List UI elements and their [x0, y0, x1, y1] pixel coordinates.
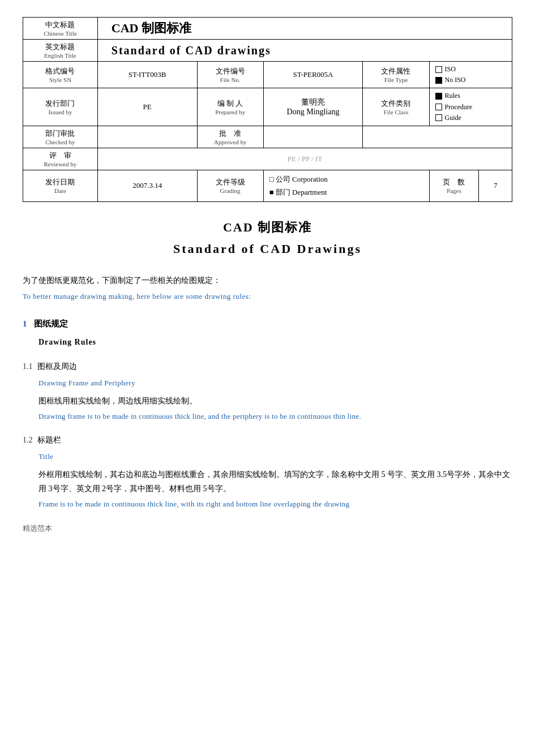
pages-value: 7	[479, 170, 512, 201]
intro-zh: 为了使图纸更规范化，下面制定了一些相关的绘图规定：	[23, 273, 512, 287]
subsection-1-2-title-en: Title	[38, 450, 512, 463]
file-no-value: ST-PER005A	[263, 62, 363, 88]
para-1-1-en: Drawing frame is to be made in continuou…	[38, 410, 512, 423]
prepared-by-value: 董明亮 Dong Mingliang	[263, 88, 363, 126]
rules-checkbox	[435, 93, 442, 100]
section-1-heading: 1图纸规定	[23, 316, 512, 332]
date-value: 2007.3.14	[97, 170, 197, 201]
subsection-1-1-num: 1.1	[23, 362, 33, 371]
section-1-title-en: Drawing Rules	[38, 335, 512, 349]
para-1-2-en: Frame is to be made in continuous thick …	[38, 498, 512, 510]
intro-en: To better manage drawing making, here be…	[23, 290, 512, 303]
subsection-1-2-title-zh: 标题栏	[37, 436, 61, 444]
chinese-title-label: 中文标题 Chinese Title	[23, 18, 98, 40]
subsection-1-1-title-zh: 图框及周边	[37, 362, 77, 371]
section-1-num: 1	[23, 319, 27, 328]
file-no-label: 文件编号 File No.	[197, 62, 263, 88]
doc-title-section: CAD 制图标准 Standard of CAD Drawings	[23, 219, 512, 256]
approved-by-empty	[363, 126, 512, 148]
file-type-value: ISO No ISO	[429, 62, 512, 88]
para-1-1-zh: 图框线用粗实线绘制，周边线用细实线绘制。	[38, 394, 512, 408]
checked-by-label: 部门审批 Checked by	[23, 126, 98, 148]
subsection-1-1-heading: 1.1图框及周边	[23, 359, 512, 373]
file-class-label: 文件类别 File Class	[363, 88, 429, 126]
section-1-title-zh: 图纸规定	[34, 319, 68, 328]
pages-label: 页 数 Pages	[429, 170, 479, 201]
approved-by-value	[263, 126, 363, 148]
style-sn-value: ST-ITT003B	[97, 62, 197, 88]
para-1-2-zh: 外框用粗实线绘制，其右边和底边与图框线重合，其余用细实线绘制。填写的文字，除名称…	[38, 467, 512, 496]
grading-value: □ 公司 Corporation ■ 部门 Department	[263, 170, 429, 201]
english-title-value: Standard of CAD drawings	[97, 40, 512, 62]
footer-note: 精选范本	[23, 522, 512, 535]
doc-title-en: Standard of CAD Drawings	[23, 242, 512, 256]
subsection-1-2-heading: 1.2标题栏	[23, 433, 512, 447]
approved-by-label: 批 准 Approved by	[197, 126, 263, 148]
issued-by-label: 发行部门 Issued by	[23, 88, 98, 126]
body-content: 为了使图纸更规范化，下面制定了一些相关的绘图规定： To better mana…	[23, 273, 512, 535]
grading-label: 文件等级 Grading	[197, 170, 263, 201]
prepared-by-label: 编 制 人 Prepared by	[197, 88, 263, 126]
doc-title-zh: CAD 制图标准	[23, 219, 512, 236]
procedure-checkbox	[435, 104, 442, 110]
file-class-value: Rules Procedure Guide	[429, 88, 512, 126]
issued-by-value: PE	[97, 88, 197, 126]
iso-checkbox	[435, 66, 442, 73]
file-type-label: 文件属性 File Type	[363, 62, 429, 88]
date-label: 发行日期 Date	[23, 170, 98, 201]
reviewed-by-value: PE / PP / IT	[97, 148, 512, 170]
checked-by-value	[97, 126, 197, 148]
english-title-label: 英文标题 English Title	[23, 40, 98, 62]
reviewed-by-label: 评 审 Reviewed by	[23, 148, 98, 170]
subsection-1-1-title-en: Drawing Frame and Periphery	[38, 376, 512, 389]
no-iso-checkbox	[435, 77, 442, 84]
subsection-1-2-num: 1.2	[23, 436, 33, 444]
chinese-title-value: CAD 制图标准	[97, 18, 512, 40]
header-table: 中文标题 Chinese Title CAD 制图标准 英文标题 English…	[23, 17, 512, 202]
style-sn-label: 格式编号 Style SN	[23, 62, 98, 88]
guide-checkbox	[435, 114, 442, 121]
